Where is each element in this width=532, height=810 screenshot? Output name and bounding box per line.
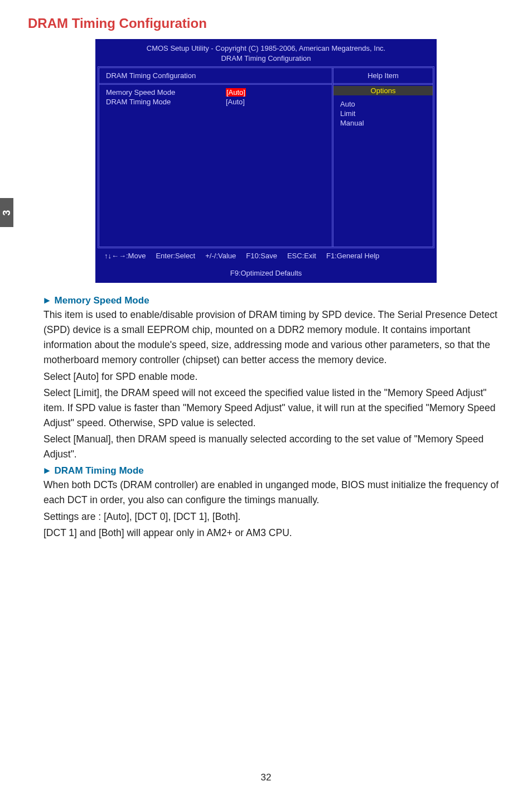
chapter-tab-number: 3 <box>1 210 12 215</box>
bios-hint-esc: ESC:Exit <box>287 252 316 260</box>
bios-field-dram-timing-mode[interactable]: DRAM Timing Mode [Auto] <box>106 98 325 106</box>
bios-option-limit: Limit <box>333 109 433 119</box>
bios-field-memory-speed-mode[interactable]: Memory Speed Mode [Auto] <box>106 88 325 97</box>
paragraph: Select [Auto] for SPD enable mode. <box>43 369 501 384</box>
bios-left-panel-title: DRAM Timing Configuration <box>99 68 332 85</box>
paragraph: When both DCTs (DRAM controller) are ena… <box>43 478 501 508</box>
bios-footer: ↑↓←→:Move Enter:Select +/-/:Value F10:Sa… <box>95 248 437 283</box>
bios-hint-enter: Enter:Select <box>156 252 195 260</box>
bios-field-value: [Auto] <box>226 98 245 106</box>
paragraph: Select [Manual], then DRAM speed is manu… <box>43 432 501 462</box>
bios-option-auto: Auto <box>333 100 433 109</box>
paragraph: Settings are : [Auto], [DCT 0], [DCT 1],… <box>43 509 501 524</box>
bios-hint-move: ↑↓←→:Move <box>104 252 146 260</box>
bios-screenshot: CMOS Setup Utility - Copyright (C) 1985-… <box>95 39 437 283</box>
page-number: 32 <box>0 772 532 783</box>
bios-copyright: CMOS Setup Utility - Copyright (C) 1985-… <box>101 44 431 54</box>
bios-option-manual: Manual <box>333 119 433 128</box>
bios-screen-title: DRAM Timing Configuration <box>101 54 431 64</box>
item-heading-dram-timing-mode: ► DRAM Timing Mode <box>42 465 501 476</box>
bios-hint-f1: F1:General Help <box>326 252 379 260</box>
bios-field-value: [Auto] <box>226 88 246 97</box>
bios-header: CMOS Setup Utility - Copyright (C) 1985-… <box>95 39 437 66</box>
bios-help-title: Help Item <box>333 68 433 85</box>
chapter-tab: 3 <box>0 198 13 227</box>
bios-hint-value: +/-/:Value <box>205 252 236 260</box>
bios-hint-f10: F10:Save <box>246 252 277 260</box>
paragraph: Select [Limit], the DRAM speed will not … <box>43 385 501 431</box>
bios-field-label: Memory Speed Mode <box>106 88 226 97</box>
paragraph: [DCT 1] and [Both] will appear only in A… <box>43 525 501 541</box>
section-title: DRAM Timing Configuration <box>28 16 504 31</box>
item-heading-memory-speed-mode: ► Memory Speed Mode <box>42 295 501 306</box>
bios-hint-f9: F9:Optimized Defaults <box>104 269 428 277</box>
paragraph: This item is used to enable/disable prov… <box>43 307 501 368</box>
bios-options-header: Options <box>333 86 433 95</box>
bios-field-label: DRAM Timing Mode <box>106 98 226 106</box>
